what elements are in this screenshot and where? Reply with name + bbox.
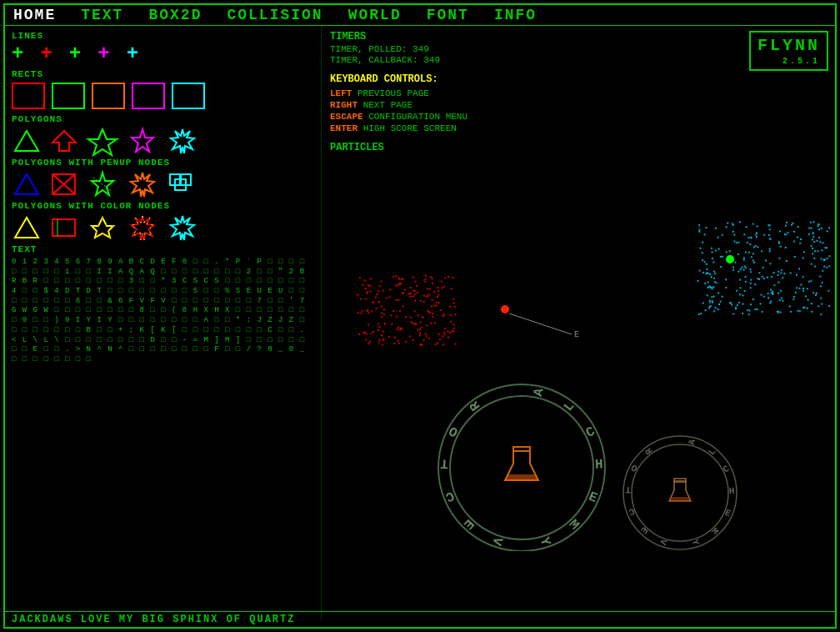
key-enter-row: ENTER HIGH SCORE SCREEN (330, 123, 827, 133)
svg-marker-19 (92, 218, 113, 238)
polygons-row (12, 128, 314, 154)
svg-marker-4 (171, 129, 194, 153)
rect-3 (92, 83, 125, 109)
particles-label: PARTICLES (330, 142, 827, 153)
penup-shape1 (12, 171, 41, 198)
key-left-row: LEFT PREVIOUS PAGE (330, 88, 827, 98)
nav-bar: HOME TEXT BOX2D COLLISION WORLD FONT INF… (5, 5, 835, 26)
particles-canvas (322, 168, 837, 551)
right-panel: FLYNN 2.5.1 TIMERS TIMER, POLLED: 349 TI… (322, 26, 835, 619)
plus-1: + (12, 44, 23, 64)
polygons-section: POLYGONS (12, 114, 314, 154)
rect-1 (12, 83, 45, 109)
text-label: TEXT (12, 244, 314, 254)
rects-label: RECTS (12, 69, 314, 79)
polygon-triangle (12, 128, 41, 154)
bottom-bar: JACKDAWS LOVE MY BIG SPHINX OF QUARTZ (5, 611, 835, 627)
key-left-desc: PREVIOUS PAGE (358, 88, 429, 98)
color-shape1 (12, 214, 41, 241)
rects-row (12, 83, 314, 109)
key-right-row: RIGHT NEXT PAGE (330, 100, 827, 110)
penup-label: POLYGONS WITH PENUP NODES (12, 158, 314, 168)
penup-row (12, 171, 314, 198)
plus-3: + (69, 44, 81, 64)
key-escape-desc: CONFIGURATION MENU (368, 112, 468, 122)
nav-text[interactable]: TEXT (81, 7, 123, 23)
nav-home[interactable]: HOME (13, 7, 56, 23)
penup-section: POLYGONS WITH PENUP NODES (12, 158, 314, 198)
svg-marker-22 (131, 216, 154, 240)
color-nodes-row (12, 214, 314, 241)
nav-collision[interactable]: COLLISION (227, 7, 322, 23)
svg-marker-2 (88, 129, 117, 155)
color-shape5 (167, 214, 198, 241)
polygon-starburst (167, 128, 198, 154)
left-panel: LINES + + + + + RECTS (5, 26, 322, 619)
content: LINES + + + + + RECTS (5, 26, 835, 619)
nav-info[interactable]: INFO (494, 7, 537, 23)
color-shape2 (49, 214, 78, 241)
color-shape4 (127, 214, 158, 241)
penup-shape2 (49, 171, 78, 198)
char-grid: 0 1 2 3 4 5 6 7 8 9 A B C D E F 0 □ □ . … (12, 258, 314, 365)
svg-marker-16 (15, 218, 38, 238)
key-left: LEFT (330, 88, 352, 98)
penup-shape5 (167, 171, 198, 198)
svg-marker-5 (15, 174, 38, 194)
color-nodes-section: POLYGONS WITH COLOR NODES (12, 201, 314, 241)
bottom-text: JACKDAWS LOVE MY BIG SPHINX OF QUARTZ (12, 614, 295, 625)
svg-marker-23 (171, 216, 194, 240)
rect-5 (172, 83, 205, 109)
keyboard-title: KEYBOARD CONTROLS: (330, 73, 827, 85)
main-container: HOME TEXT BOX2D COLLISION WORLD FONT INF… (3, 3, 837, 629)
key-right: RIGHT (330, 100, 358, 110)
nav-font[interactable]: FONT (427, 7, 469, 23)
svg-marker-1 (52, 131, 76, 151)
polygon-arrow (49, 128, 78, 154)
polygon-star5 (127, 128, 158, 154)
color-nodes-label: POLYGONS WITH COLOR NODES (12, 201, 314, 211)
nav-world[interactable]: WORLD (348, 7, 402, 23)
plus-4: + (98, 44, 109, 64)
rects-section: RECTS (12, 69, 314, 109)
rect-2 (52, 83, 85, 109)
key-escape: ESCAPE (330, 112, 363, 122)
svg-marker-0 (15, 131, 38, 151)
key-escape-row: ESCAPE CONFIGURATION MENU (330, 112, 827, 122)
flynn-logo: FLYNN 2.5.1 (749, 31, 828, 71)
lines-label: LINES (12, 31, 314, 41)
polygon-star4 (87, 128, 118, 154)
nav-box2d[interactable]: BOX2D (148, 7, 202, 23)
color-shape3 (87, 214, 118, 241)
key-right-desc: NEXT PAGE (363, 100, 412, 110)
rect-4 (132, 83, 165, 109)
lines-section: LINES + + + + + (12, 31, 314, 64)
plus-2: + (40, 44, 52, 64)
keyboard-section: KEYBOARD CONTROLS: LEFT PREVIOUS PAGE RI… (330, 73, 827, 133)
penup-shape3 (87, 171, 118, 198)
flynn-text: FLYNN (758, 36, 820, 55)
svg-rect-17 (52, 219, 75, 236)
key-enter: ENTER (330, 123, 358, 133)
svg-marker-3 (132, 129, 153, 152)
penup-shape4 (127, 171, 158, 198)
flynn-version: 2.5.1 (758, 57, 820, 66)
svg-marker-12 (131, 173, 154, 197)
plus-5: + (127, 44, 138, 64)
lines-row: + + + + + (12, 44, 314, 64)
key-enter-desc: HIGH SCORE SCREEN (363, 123, 457, 133)
text-section: TEXT 0 1 2 3 4 5 6 7 8 9 A B C D E F 0 □… (12, 244, 314, 365)
polygons-label: POLYGONS (12, 114, 314, 124)
